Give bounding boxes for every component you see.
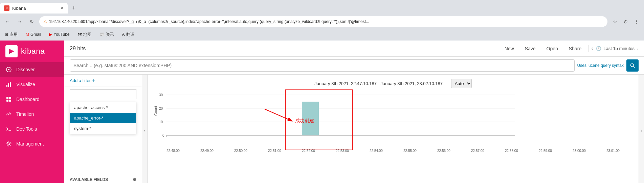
left-panel-collapse-handle[interactable]: ‹ [142, 75, 148, 183]
sidebar-item-dashboard[interactable]: Dashboard [0, 92, 64, 107]
sidebar-item-discover[interactable]: Discover [0, 62, 64, 77]
time-range-picker[interactable]: 🕐 Last 15 minutes [596, 46, 635, 51]
news-icon: 📰 [99, 32, 105, 37]
devtools-icon [5, 126, 12, 132]
star-button[interactable]: ☆ [610, 17, 620, 26]
dashboard-icon [5, 96, 12, 103]
svg-text:10: 10 [159, 120, 163, 124]
bookmark-translate-label: 翻译 [126, 32, 134, 37]
back-button[interactable]: ← [3, 17, 12, 26]
youtube-icon: ▶ [49, 32, 52, 37]
address-bar-row: ← → ↻ ⚠ 192.168.140.20:5601/app/kibana#/… [0, 14, 644, 30]
index-search-input[interactable] [73, 92, 133, 97]
index-dropdown-list: apache_access-* apache_error-* system-* [70, 102, 136, 134]
histogram-svg: 30 20 10 0 Count [153, 92, 518, 150]
available-fields-label: Available Fields [70, 177, 108, 182]
active-tab[interactable]: K Kibana × [0, 3, 68, 14]
sidebar: kibana Discover [0, 41, 64, 183]
sidebar-logo: kibana [0, 41, 64, 62]
svg-rect-9 [6, 100, 8, 102]
lucene-syntax-link[interactable]: Uses lucene query syntax [577, 63, 624, 68]
right-panel-collapse-handle[interactable]: › [639, 75, 644, 183]
x-label-7: 22:55:00 [403, 149, 417, 153]
search-go-button[interactable] [626, 59, 639, 72]
svg-rect-6 [10, 82, 11, 87]
x-label-13: 23:01:00 [606, 149, 620, 153]
svg-line-13 [634, 67, 635, 68]
kibana-logo-icon [5, 45, 18, 57]
new-tab-button[interactable]: + [69, 3, 79, 13]
x-label-3: 22:51:00 [268, 149, 281, 153]
x-label-2: 22:50:00 [234, 149, 247, 153]
fields-settings-icon[interactable]: ⚙ [133, 177, 136, 182]
content-area: Add a filter + apache_access-* apache_er… [64, 75, 644, 183]
x-label-11: 22:59:00 [539, 149, 552, 153]
x-label-9: 22:57:00 [471, 149, 484, 153]
add-filter-plus-icon[interactable]: + [92, 77, 95, 83]
add-filter-bar[interactable]: Add a filter + [64, 75, 142, 86]
x-label-6: 22:54:00 [370, 149, 383, 153]
chevron-right-icon[interactable]: › [637, 46, 639, 51]
open-button[interactable]: Open [542, 44, 562, 53]
svg-rect-5 [8, 83, 9, 87]
account-button[interactable]: ⊙ [621, 17, 630, 26]
tab-close-button[interactable]: × [61, 5, 64, 11]
maps-icon: 🗺 [78, 32, 82, 37]
search-input[interactable] [73, 63, 571, 68]
sidebar-item-timelion-label: Timelion [16, 111, 34, 117]
bookmark-translate[interactable]: A 翻译 [120, 31, 136, 38]
new-button[interactable]: New [501, 44, 518, 53]
reload-button[interactable]: ↻ [27, 17, 37, 26]
interval-select[interactable]: Auto [451, 79, 472, 88]
bookmark-gmail-label: Gmail [30, 32, 41, 37]
x-label-5: 22:53:00 [336, 149, 349, 153]
x-label-0: 22:48:00 [166, 149, 180, 153]
x-label-4: 22:52:00 [302, 149, 315, 153]
svg-rect-7 [6, 97, 8, 99]
bookmark-news[interactable]: 📰 资讯 [97, 31, 116, 38]
index-item-error[interactable]: apache_error-* [70, 113, 136, 123]
chevron-left-icon[interactable]: ‹ [591, 45, 593, 52]
sidebar-item-timelion[interactable]: Timelion [0, 107, 64, 122]
share-button[interactable]: Share [565, 44, 585, 53]
timelion-icon [5, 111, 12, 117]
url-text: 192.168.140.20:5601/app/kibana#/discover… [49, 19, 603, 24]
bookmark-maps[interactable]: 🗺 地图 [76, 31, 93, 38]
sidebar-item-devtools-label: Dev Tools [16, 126, 37, 132]
forward-button[interactable]: → [15, 17, 24, 26]
bookmark-apps[interactable]: ⊞ 应用 [3, 31, 20, 38]
sidebar-item-visualize[interactable]: Visualize [0, 77, 64, 92]
address-field[interactable]: ⚠ 192.168.140.20:5601/app/kibana#/discov… [39, 16, 607, 27]
search-input-wrap[interactable] [70, 59, 575, 72]
index-search-box[interactable] [70, 89, 136, 99]
browser-chrome: K Kibana × + ← → ↻ ⚠ 192.168.140.20:5601… [0, 0, 644, 41]
sidebar-item-visualize-label: Visualize [16, 82, 35, 87]
svg-rect-4 [6, 85, 7, 87]
discover-icon [5, 66, 12, 73]
index-item-system[interactable]: system-* [70, 123, 136, 134]
menu-button[interactable]: ⋮ [632, 17, 641, 26]
x-label-8: 22:56:00 [437, 149, 450, 153]
tab-bar: K Kibana × + [0, 0, 644, 14]
sidebar-item-management[interactable]: Management [0, 136, 64, 151]
security-icon: ⚠ [43, 19, 47, 24]
sidebar-nav: Discover Visualize [0, 62, 64, 183]
app: kibana Discover [0, 41, 644, 183]
sidebar-item-management-label: Management [16, 141, 44, 147]
save-button[interactable]: Save [521, 44, 540, 53]
bookmark-youtube[interactable]: ▶ YouTube [47, 31, 71, 37]
search-bar: Uses lucene query syntax [64, 57, 644, 75]
chart-date-range: January 8th 2021, 22:47:10.187 - January… [314, 81, 448, 86]
x-label-1: 22:49:00 [200, 149, 214, 153]
x-axis-labels: 22:48:00 22:49:00 22:50:00 22:51:00 22:5… [153, 148, 633, 153]
index-item-access[interactable]: apache_access-* [70, 102, 136, 113]
toolbar-divider [588, 45, 589, 52]
svg-point-3 [8, 69, 9, 70]
annotation-text: 成功创建 [295, 118, 314, 124]
visualize-icon [5, 81, 12, 88]
bookmark-gmail[interactable]: M Gmail [24, 31, 43, 37]
available-fields-header: Available Fields ⚙ [70, 177, 136, 182]
sidebar-item-devtools[interactable]: Dev Tools [0, 122, 64, 136]
main-content: 29 hits New Save Open Share ‹ 🕐 Last 15 … [64, 41, 644, 183]
bookmarks-bar: ⊞ 应用 M Gmail ▶ YouTube 🗺 地图 📰 资讯 A 翻译 [0, 30, 644, 41]
